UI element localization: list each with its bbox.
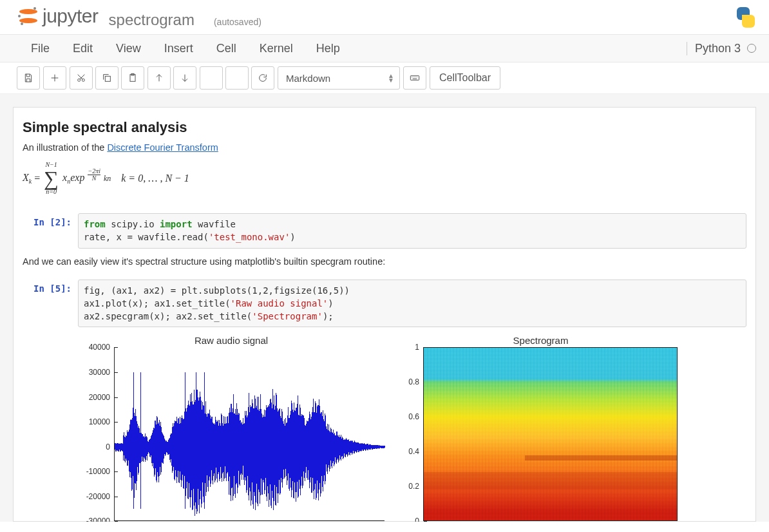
cell-type-value: Markdown (286, 73, 330, 84)
step-forward-icon (206, 73, 216, 83)
paste-icon (128, 73, 138, 83)
plot-axes (114, 347, 384, 521)
ytick: 0 (415, 517, 423, 522)
cell-type-select[interactable]: Markdown ▲▼ (278, 66, 400, 90)
interrupt-button[interactable] (225, 66, 249, 90)
select-arrows-icon: ▲▼ (388, 73, 394, 82)
menu-kernel[interactable]: Kernel (248, 35, 305, 62)
save-icon (23, 73, 33, 83)
tool-bar: Markdown ▲▼ CellToolbar (0, 62, 769, 94)
cell-toolbar-button[interactable]: CellToolbar (430, 66, 500, 90)
ytick: -30000 (86, 517, 114, 522)
run-button[interactable] (200, 66, 223, 90)
heading-spectral-analysis: Simple spectral analysis (23, 119, 746, 136)
cut-icon (76, 73, 86, 83)
notebook-name[interactable]: spectrogram (109, 11, 195, 29)
plot-title: Spectrogram (404, 335, 678, 346)
stop-icon (232, 73, 242, 83)
input-prompt: In [2]: (23, 213, 78, 249)
arrow-up-icon (154, 73, 164, 83)
restart-icon (258, 73, 268, 83)
restart-button[interactable] (251, 66, 274, 90)
add-cell-button[interactable] (43, 66, 66, 90)
plot-title: Raw audio signal (78, 335, 384, 346)
intro-paragraph: An illustration of the Discrete Fourier … (23, 142, 746, 153)
kernel-idle-icon (747, 44, 756, 53)
menu-bar: File Edit View Insert Cell Kernel Help P… (0, 34, 769, 62)
svg-rect-7 (410, 76, 419, 81)
menu-view[interactable]: View (104, 35, 153, 62)
plot-axes (423, 347, 678, 521)
jupyter-logo-icon (19, 7, 37, 25)
markdown-cell[interactable]: And we can easily view it's spectral str… (23, 256, 746, 280)
jupyter-logo[interactable]: jupyter (19, 5, 99, 27)
jupyter-logo-text: jupyter (43, 5, 99, 27)
save-button[interactable] (17, 66, 40, 90)
ytick: 0.6 (408, 412, 423, 421)
markdown-cell[interactable]: Simple spectral analysis An illustration… (23, 119, 746, 213)
kernel-name: Python 3 (695, 42, 741, 55)
plot-raw-audio: Raw audio signal 40000 30000 20000 10000… (78, 335, 384, 521)
svg-rect-6 (234, 75, 240, 81)
menu-edit[interactable]: Edit (61, 35, 104, 62)
ytick: 1 (415, 343, 423, 352)
ytick: 20000 (89, 393, 114, 402)
code-input-area[interactable]: from scipy.io import wavfile rate, x = w… (78, 213, 746, 249)
move-down-button[interactable] (173, 66, 196, 90)
waveform-trace (115, 347, 384, 520)
dft-formula: Xk = N−1 ∑ n=0 xnexp −2πiN kn k = 0, … ,… (23, 157, 746, 204)
ytick: 10000 (89, 417, 114, 426)
ytick: 0 (106, 442, 114, 451)
cut-button[interactable] (70, 66, 93, 90)
cell-output: Raw audio signal 40000 30000 20000 10000… (23, 335, 746, 521)
ytick: 0.4 (408, 447, 423, 456)
input-prompt: In [5]: (23, 280, 78, 328)
move-up-button[interactable] (147, 66, 171, 90)
keyboard-icon (410, 73, 420, 83)
plot-spectrogram: Spectrogram 1 0.8 0.6 0.4 0.2 0 (404, 335, 678, 521)
menu-file[interactable]: File (19, 35, 61, 62)
notebook-header: jupyter spectrogram (autosaved) (0, 0, 769, 34)
code-cell[interactable]: In [5]: fig, (ax1, ax2) = plt.subplots(1… (23, 280, 746, 328)
kernel-indicator: Python 3 (687, 42, 756, 55)
ytick: 0.8 (408, 377, 423, 386)
paste-button[interactable] (121, 66, 144, 90)
svg-rect-5 (213, 75, 214, 82)
specgram-intro-text: And we can easily view it's spectral str… (23, 256, 746, 267)
plus-icon (50, 73, 60, 83)
ytick: -20000 (86, 492, 114, 501)
notebook-scroll-area[interactable]: Simple spectral analysis An illustration… (0, 94, 769, 522)
menu-help[interactable]: Help (305, 35, 352, 62)
ytick: 0.2 (408, 482, 423, 491)
code-cell[interactable]: In [2]: from scipy.io import wavfile rat… (23, 213, 746, 249)
menu-cell[interactable]: Cell (205, 35, 248, 62)
ytick: -10000 (86, 467, 114, 476)
menu-insert[interactable]: Insert (153, 35, 205, 62)
dft-link[interactable]: Discrete Fourier Transform (107, 142, 218, 153)
code-input-area[interactable]: fig, (ax1, ax2) = plt.subplots(1,2,figsi… (78, 280, 746, 328)
command-palette-button[interactable] (403, 66, 426, 90)
ytick: 30000 (89, 368, 114, 377)
autosave-status: (autosaved) (214, 17, 261, 27)
copy-icon (102, 73, 112, 83)
notebook-container: Simple spectral analysis An illustration… (13, 107, 756, 522)
svg-rect-2 (105, 76, 110, 81)
ytick: 40000 (89, 343, 114, 352)
copy-button[interactable] (95, 66, 119, 90)
arrow-down-icon (180, 73, 190, 83)
python-logo-icon (736, 7, 756, 28)
